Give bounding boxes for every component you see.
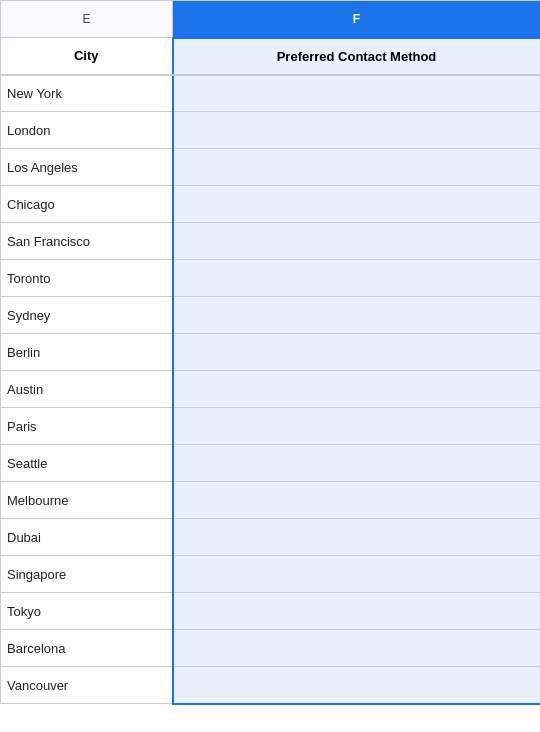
preferred-contact-cell[interactable]: [173, 556, 541, 593]
preferred-contact-cell[interactable]: [173, 667, 541, 704]
city-cell[interactable]: Austin: [1, 371, 173, 408]
preferred-contact-cell[interactable]: [173, 482, 541, 519]
city-data-rows: New YorkLondonLos AngelesChicagoSan Fran…: [1, 75, 541, 704]
city-cell[interactable]: Los Angeles: [1, 149, 173, 186]
table-row[interactable]: Los Angeles: [1, 149, 541, 186]
preferred-contact-cell[interactable]: [173, 149, 541, 186]
city-cell[interactable]: Vancouver: [1, 667, 173, 704]
city-cell[interactable]: Dubai: [1, 519, 173, 556]
preferred-contact-cell[interactable]: [173, 630, 541, 667]
table-row[interactable]: Chicago: [1, 186, 541, 223]
city-cell[interactable]: Tokyo: [1, 593, 173, 630]
table-row[interactable]: Toronto: [1, 260, 541, 297]
city-cell[interactable]: Sydney: [1, 297, 173, 334]
table-row[interactable]: Austin: [1, 371, 541, 408]
preferred-contact-cell[interactable]: [173, 371, 541, 408]
city-cell[interactable]: Seattle: [1, 445, 173, 482]
city-column-header[interactable]: City: [1, 38, 173, 75]
preferred-contact-cell[interactable]: [173, 519, 541, 556]
table-row[interactable]: Paris: [1, 408, 541, 445]
table-row[interactable]: Berlin: [1, 334, 541, 371]
column-letter-row: E F: [1, 1, 541, 38]
table-row[interactable]: London: [1, 112, 541, 149]
preferred-contact-cell[interactable]: [173, 297, 541, 334]
city-cell[interactable]: London: [1, 112, 173, 149]
table-row[interactable]: San Francisco: [1, 223, 541, 260]
table-row[interactable]: Melbourne: [1, 482, 541, 519]
table-row[interactable]: Vancouver: [1, 667, 541, 704]
preferred-contact-cell[interactable]: [173, 334, 541, 371]
preferred-contact-cell[interactable]: [173, 408, 541, 445]
preferred-contact-cell[interactable]: [173, 445, 541, 482]
col-f-header[interactable]: F: [173, 1, 541, 38]
table-row[interactable]: New York: [1, 75, 541, 112]
preferred-contact-column-header[interactable]: Preferred Contact Method: [173, 38, 541, 75]
col-e-header[interactable]: E: [1, 1, 173, 38]
table-row[interactable]: Tokyo: [1, 593, 541, 630]
city-cell[interactable]: San Francisco: [1, 223, 173, 260]
table-row[interactable]: Singapore: [1, 556, 541, 593]
table-row[interactable]: Seattle: [1, 445, 541, 482]
spreadsheet-table: E F City Preferred Contact Method New Yo…: [0, 0, 540, 705]
table-row[interactable]: Dubai: [1, 519, 541, 556]
field-name-row: City Preferred Contact Method: [1, 38, 541, 75]
preferred-contact-cell[interactable]: [173, 260, 541, 297]
city-cell[interactable]: New York: [1, 75, 173, 112]
city-cell[interactable]: Paris: [1, 408, 173, 445]
city-cell[interactable]: Berlin: [1, 334, 173, 371]
city-cell[interactable]: Barcelona: [1, 630, 173, 667]
preferred-contact-cell[interactable]: [173, 75, 541, 112]
preferred-contact-cell[interactable]: [173, 112, 541, 149]
city-cell[interactable]: Toronto: [1, 260, 173, 297]
preferred-contact-cell[interactable]: [173, 223, 541, 260]
city-cell[interactable]: Singapore: [1, 556, 173, 593]
table-row[interactable]: Sydney: [1, 297, 541, 334]
city-cell[interactable]: Chicago: [1, 186, 173, 223]
preferred-contact-cell[interactable]: [173, 186, 541, 223]
preferred-contact-cell[interactable]: [173, 593, 541, 630]
city-cell[interactable]: Melbourne: [1, 482, 173, 519]
table-row[interactable]: Barcelona: [1, 630, 541, 667]
